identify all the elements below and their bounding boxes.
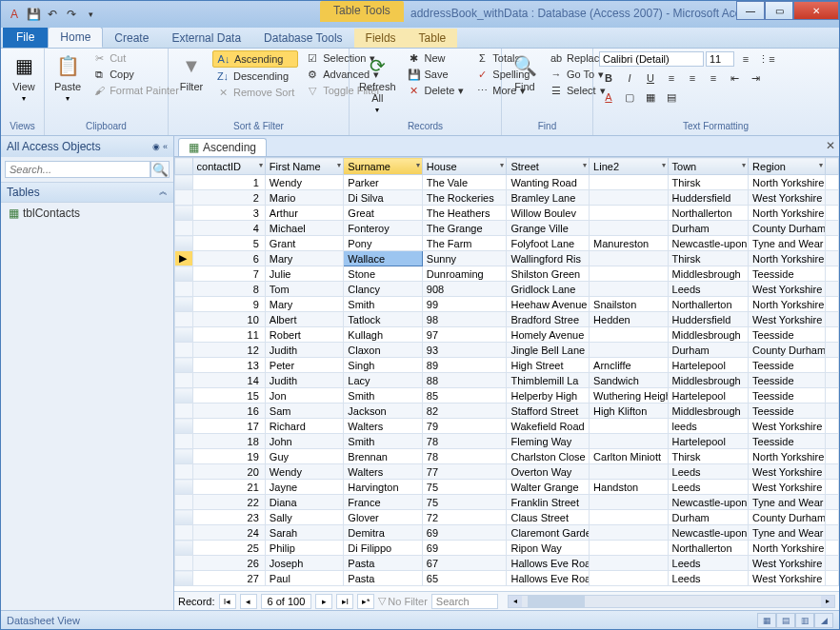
cell[interactable]: Jayne <box>265 480 343 495</box>
cell[interactable]: 11 <box>192 327 265 343</box>
cell[interactable]: North Yorkshire <box>749 251 825 266</box>
cell[interactable]: Manureston <box>590 236 668 251</box>
cell[interactable]: Thirsk <box>668 175 749 190</box>
cell[interactable]: County Durham <box>749 221 825 236</box>
indent-inc-button[interactable]: ⇥ <box>746 69 765 87</box>
cell[interactable]: Hartelepool <box>668 388 749 404</box>
cell[interactable]: 72 <box>422 510 507 525</box>
cell[interactable]: The Rockeries <box>422 190 507 206</box>
align-left-button[interactable]: ≡ <box>662 69 681 87</box>
datasheet-grid[interactable]: contactID▾First Name▾Surname▾House▾Stree… <box>174 157 839 591</box>
recnav-new-button[interactable]: ▸* <box>357 594 374 609</box>
tab-create[interactable]: Create <box>103 29 160 48</box>
cell[interactable]: Charlston Close <box>507 449 590 464</box>
row-header[interactable] <box>175 464 193 480</box>
cell[interactable]: Smith <box>344 297 422 312</box>
tab-file[interactable]: File <box>3 27 48 48</box>
cell[interactable]: 24 <box>192 525 265 541</box>
cell[interactable]: Wendy <box>265 464 343 480</box>
cell[interactable]: 75 <box>422 480 507 495</box>
cell[interactable]: County Durham <box>749 510 825 525</box>
table-row[interactable]: 19GuyBrennan78Charlston CloseCarlton Min… <box>175 449 839 464</box>
row-header[interactable] <box>175 510 193 525</box>
cell[interactable] <box>590 343 668 358</box>
cell[interactable]: 98 <box>422 312 507 327</box>
cell[interactable]: 6 <box>192 251 265 266</box>
cell[interactable]: Mario <box>265 190 343 206</box>
cell[interactable]: Richard <box>265 419 343 434</box>
table-row[interactable]: 23SallyGlover72Claus StreetDurhamCounty … <box>175 510 839 525</box>
cell[interactable]: Wuthering Heights <box>590 388 668 404</box>
cell[interactable]: 13 <box>192 358 265 373</box>
table-row[interactable]: 26JosephPasta67Hallows Eve RoadLeedsWest… <box>175 556 839 571</box>
table-row[interactable]: 3ArthurGreatThe HeathersWillow BoulevNor… <box>175 206 839 221</box>
row-header[interactable] <box>175 556 193 571</box>
view-button[interactable]: ▦ View ▾ <box>7 50 41 105</box>
cell[interactable] <box>590 190 668 206</box>
new-button[interactable]: ✱New <box>404 50 469 66</box>
cell[interactable]: 69 <box>422 541 507 556</box>
cell[interactable]: 77 <box>422 464 507 480</box>
cell[interactable]: Middlesbrough <box>668 327 749 343</box>
redo-icon[interactable]: ↷ <box>64 7 79 22</box>
cell[interactable]: Leeds <box>668 556 749 571</box>
column-dropdown-icon[interactable]: ▾ <box>416 161 420 169</box>
alt-row-button[interactable]: ▤ <box>662 89 681 106</box>
cell[interactable]: 8 <box>192 282 265 297</box>
cell[interactable]: 93 <box>422 343 507 358</box>
table-row[interactable]: 21JayneHarvington75Walter GrangeHandston… <box>175 480 839 495</box>
cell[interactable]: West Yorkshire <box>749 419 825 434</box>
cell[interactable] <box>590 510 668 525</box>
cell[interactable] <box>590 266 668 282</box>
table-row[interactable]: 8TomClancy908Gridlock LaneLeedsWest York… <box>175 282 839 297</box>
row-header[interactable] <box>175 190 193 206</box>
nav-search-button[interactable]: 🔍 <box>150 161 170 178</box>
scroll-thumb[interactable] <box>528 596 585 607</box>
table-row[interactable]: 14JudithLacy88Thimblemill LaSandwichMidd… <box>175 373 839 388</box>
cell[interactable]: West Yorkshire <box>749 312 825 327</box>
cell[interactable]: Peter <box>265 358 343 373</box>
font-select[interactable]: Calibri (Detail) <box>599 51 704 67</box>
recnav-prev-button[interactable]: ◂ <box>240 594 257 609</box>
cell[interactable]: 79 <box>422 419 507 434</box>
table-row[interactable]: 17RichardWalters79Wakefield RoadleedsWes… <box>175 419 839 434</box>
view-pivotchart-icon[interactable]: ▥ <box>795 613 814 628</box>
ascending-button[interactable]: A↓Ascending <box>212 50 298 68</box>
cell[interactable]: 82 <box>422 404 507 419</box>
recnav-last-button[interactable]: ▸I <box>336 594 353 609</box>
cell[interactable]: Sarah <box>265 525 343 541</box>
column-dropdown-icon[interactable]: ▾ <box>742 161 746 169</box>
row-header[interactable] <box>175 525 193 541</box>
cell[interactable]: Walter Grange <box>507 480 590 495</box>
table-row[interactable]: 2MarioDi SilvaThe RockeriesBramley LaneH… <box>175 190 839 206</box>
cell[interactable]: Robert <box>265 327 343 343</box>
cell[interactable]: Bramley Lane <box>507 190 590 206</box>
column-header[interactable]: House▾ <box>422 158 507 175</box>
cell[interactable]: North Yorkshire <box>749 449 825 464</box>
row-header[interactable] <box>175 327 193 343</box>
cell[interactable]: Hallows Eve Road <box>507 571 590 586</box>
row-header[interactable] <box>175 297 193 312</box>
cell[interactable]: Leeds <box>668 480 749 495</box>
tab-home[interactable]: Home <box>48 27 103 48</box>
cell[interactable]: Sally <box>265 510 343 525</box>
cell[interactable]: Jingle Bell Lane <box>507 343 590 358</box>
add-column[interactable] <box>825 158 838 175</box>
cell[interactable]: Overton Way <box>507 464 590 480</box>
cell[interactable] <box>590 434 668 449</box>
cell[interactable]: Franklin Street <box>507 495 590 510</box>
indent-dec-button[interactable]: ⇤ <box>725 69 744 87</box>
table-row[interactable]: 22DianaFrance75Franklin StreetNewcastle-… <box>175 495 839 510</box>
underline-button[interactable]: U <box>641 69 660 87</box>
column-header[interactable]: Street▾ <box>507 158 590 175</box>
cell[interactable] <box>590 251 668 266</box>
cell[interactable]: 908 <box>422 282 507 297</box>
cell[interactable] <box>590 464 668 480</box>
cell[interactable]: Dunroaming <box>422 266 507 282</box>
cell[interactable]: Harvington <box>344 480 422 495</box>
cell[interactable]: West Yorkshire <box>749 282 825 297</box>
cell[interactable] <box>590 206 668 221</box>
cell[interactable]: Hartelepool <box>668 358 749 373</box>
column-header[interactable]: Town▾ <box>668 158 749 175</box>
row-header[interactable] <box>175 206 193 221</box>
